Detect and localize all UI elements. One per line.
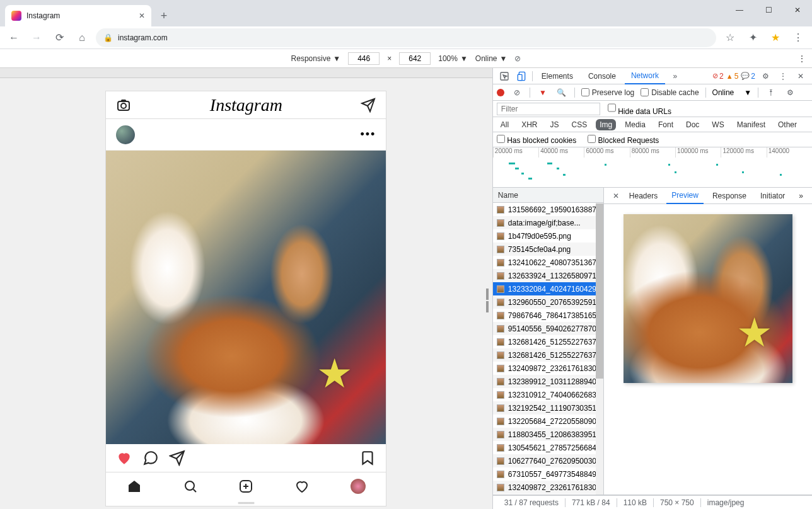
hide-data-urls-checkbox[interactable]: Hide data URLs — [608, 101, 671, 116]
close-window-button[interactable]: ✕ — [783, 0, 812, 20]
request-row[interactable]: 132410622_40807351367 — [493, 256, 596, 269]
request-row[interactable]: 79867646_786417385165 — [493, 309, 596, 322]
request-row[interactable]: 132205684_27220558090 — [493, 415, 596, 428]
browser-tab[interactable]: Instagram ✕ — [5, 5, 151, 26]
new-tab-button[interactable]: + — [155, 7, 173, 25]
import-har-icon[interactable]: ⭱ — [765, 86, 777, 99]
share-icon[interactable] — [169, 450, 185, 466]
request-row[interactable]: data:image/gif;base... — [493, 216, 596, 229]
star-icon[interactable]: ☆ — [721, 29, 739, 47]
request-row[interactable]: 132409872_23261761830 — [493, 481, 596, 494]
info-badge[interactable]: 💬 2 — [741, 72, 755, 81]
blocked-requests-checkbox[interactable]: Blocked Requests — [588, 135, 659, 145]
request-row[interactable]: 132681426_51255227637 — [493, 348, 596, 362]
request-row[interactable]: 132409872_23261761830 — [493, 362, 596, 375]
bookmark-icon[interactable] — [359, 450, 376, 466]
dtab-initiator[interactable]: Initiator — [755, 188, 790, 204]
request-row[interactable]: 106277640_27620950030 — [493, 454, 596, 467]
post-avatar[interactable] — [116, 125, 135, 144]
device-zoom-select[interactable]: 100% ▼ — [438, 54, 468, 63]
device-width-input[interactable] — [348, 52, 380, 65]
browser-menu-icon[interactable]: ⋮ — [789, 29, 807, 47]
throttle-select[interactable]: Online ▼ — [712, 88, 752, 97]
request-row[interactable]: 118803455_12086383951 — [493, 428, 596, 441]
request-row[interactable]: 132960550_20765392591 — [493, 295, 596, 309]
request-row[interactable]: 132389912_10311288940 — [493, 375, 596, 388]
device-menu-icon[interactable]: ⋮ — [798, 54, 806, 63]
type-filter-img[interactable]: Img — [596, 119, 616, 130]
like-icon[interactable] — [116, 450, 132, 466]
tab-elements[interactable]: Elements — [535, 68, 579, 84]
filter-icon[interactable]: ▼ — [536, 86, 549, 99]
dtab-response[interactable]: Response — [707, 188, 751, 204]
record-button[interactable] — [497, 89, 504, 96]
request-row[interactable]: 735145cfe0a4.png — [493, 243, 596, 256]
nav-search-icon[interactable] — [183, 479, 198, 494]
settings-icon[interactable]: ⚙ — [758, 69, 773, 84]
type-filter-css[interactable]: CSS — [568, 119, 591, 130]
close-tab-icon[interactable]: ✕ — [139, 11, 145, 20]
device-toggle-icon[interactable] — [514, 69, 530, 84]
clear-button[interactable]: ⊘ — [511, 86, 523, 99]
error-badge[interactable]: ⊘ 2 — [712, 72, 724, 81]
more-tabs-icon[interactable]: » — [668, 69, 683, 84]
blocked-cookies-checkbox[interactable]: Has blocked cookies — [497, 135, 576, 145]
type-filter-font[interactable]: Font — [654, 119, 677, 130]
device-throttle-select[interactable]: Online ▼ — [475, 54, 508, 63]
tab-console[interactable]: Console — [582, 68, 622, 84]
send-icon[interactable] — [361, 98, 376, 113]
devtools-close-icon[interactable]: ✕ — [793, 69, 808, 84]
post-image[interactable] — [106, 151, 386, 444]
type-filter-manifest[interactable]: Manifest — [733, 119, 769, 130]
camera-icon[interactable] — [116, 98, 131, 113]
back-button[interactable]: ← — [5, 29, 23, 47]
drag-handle[interactable]: ═══ — [106, 500, 386, 506]
post-more-icon[interactable]: ••• — [361, 128, 376, 141]
dtab-headers[interactable]: Headers — [624, 188, 663, 204]
request-row[interactable]: 132332084_40247160429 — [493, 282, 596, 295]
nav-add-icon[interactable] — [238, 479, 253, 494]
nav-profile-avatar[interactable] — [351, 479, 366, 494]
nav-home-icon[interactable] — [127, 479, 142, 494]
dtab-more-icon[interactable]: » — [794, 188, 808, 204]
device-height-input[interactable] — [399, 52, 431, 65]
resize-handle[interactable] — [486, 289, 492, 314]
request-row[interactable]: 95140556_594026277870 — [493, 322, 596, 335]
type-filter-media[interactable]: Media — [621, 119, 649, 130]
close-detail-icon[interactable]: ✕ — [608, 188, 620, 204]
list-scrollbar[interactable] — [596, 203, 603, 495]
type-filter-doc[interactable]: Doc — [682, 119, 703, 130]
type-filter-xhr[interactable]: XHR — [518, 119, 541, 130]
comment-icon[interactable] — [142, 450, 159, 466]
home-button[interactable]: ⌂ — [73, 29, 91, 47]
type-filter-ws[interactable]: WS — [708, 119, 728, 130]
minimize-button[interactable]: — — [725, 0, 754, 20]
type-filter-all[interactable]: All — [497, 119, 513, 130]
request-row[interactable]: 130545621_27857256684 — [493, 441, 596, 454]
reload-button[interactable]: ⟳ — [50, 29, 68, 47]
extensions-icon[interactable]: ✦ — [744, 29, 762, 47]
request-row[interactable]: 132192542_11190730351 — [493, 401, 596, 415]
type-filter-js[interactable]: JS — [547, 119, 563, 130]
device-mode-select[interactable]: Responsive ▼ — [291, 54, 341, 63]
type-filter-other[interactable]: Other — [774, 119, 801, 130]
inspect-icon[interactable] — [497, 69, 512, 84]
network-timeline[interactable]: 20000 ms40000 ms60000 ms80000 ms100000 m… — [493, 147, 812, 188]
search-icon[interactable]: 🔍 — [555, 86, 568, 99]
filter-input[interactable] — [497, 103, 600, 115]
request-row[interactable]: 132633924_11326580971 — [493, 269, 596, 282]
request-row[interactable]: 67310557_649773548849 — [493, 467, 596, 481]
nav-activity-icon[interactable] — [294, 479, 310, 494]
devtools-menu-icon[interactable]: ⋮ — [775, 69, 791, 84]
preserve-log-checkbox[interactable]: Preserve log — [581, 88, 634, 97]
address-bar[interactable]: 🔒 instagram.com — [96, 28, 716, 47]
list-header-name[interactable]: Name — [493, 188, 603, 203]
rotate-icon[interactable]: ⊘ — [514, 54, 521, 63]
extension-badge-icon[interactable]: ★ — [767, 29, 784, 47]
network-settings-icon[interactable]: ⚙ — [784, 86, 796, 99]
disable-cache-checkbox[interactable]: Disable cache — [641, 88, 699, 97]
dtab-preview[interactable]: Preview — [666, 188, 704, 204]
warning-badge[interactable]: ▲ 5 — [726, 72, 739, 81]
request-row[interactable]: 131586692_19590163887 — [493, 203, 596, 216]
request-row[interactable]: 132681426_51255227637 — [493, 335, 596, 348]
